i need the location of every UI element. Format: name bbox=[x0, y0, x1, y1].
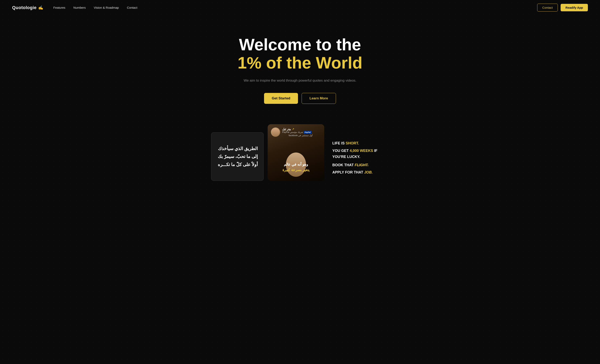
speaker-role-line1: شريك مؤسس PayPal bbox=[282, 131, 303, 133]
text-line-1-highlight: SHORT. bbox=[346, 141, 359, 145]
hero-section: Welcome to the 1% of the World We aim to… bbox=[0, 15, 600, 120]
text-flight-highlight: FLIGHT. bbox=[355, 163, 369, 167]
hero-title-white: Welcome to the bbox=[238, 36, 362, 54]
preview-section: الطريق الذي سيأخذك إلى ما تحبّ، سيمرّ بك… bbox=[0, 124, 600, 181]
arabic-line-2: إلى ما تحبّ، سيمرّ بك bbox=[217, 152, 258, 161]
hero-buttons: Get Started Learn More bbox=[264, 93, 336, 104]
paypal-logo: PayPal bbox=[304, 131, 312, 134]
speaker-name-text: بيتر ثيل bbox=[282, 127, 291, 131]
nav-link-features[interactable]: Features bbox=[53, 6, 65, 9]
video-quote: وهو أنه في عالم يتغير بسرعة كبيرة bbox=[268, 162, 324, 173]
hero-title-yellow: 1% of the World bbox=[238, 54, 362, 72]
text-line-3-prefix: BOOK THAT bbox=[332, 163, 355, 167]
text-line-3: BOOK THAT FLIGHT. bbox=[332, 162, 385, 168]
get-started-button[interactable]: Get Started bbox=[264, 93, 298, 104]
video-quote-text-line1: وهو أنه في عالم bbox=[284, 162, 308, 167]
text-line-2-prefix: YOU GET bbox=[332, 149, 350, 153]
logo-icon: ✍ bbox=[38, 5, 43, 10]
speaker-role-line2: أول مستثمر في facebook bbox=[289, 134, 312, 137]
text-job-highlight: JOB. bbox=[364, 170, 373, 174]
logo-text: Quotologie bbox=[12, 5, 37, 10]
arabic-quote-card: الطريق الذي سيأخذك إلى ما تحبّ، سيمرّ بك… bbox=[211, 132, 264, 181]
text-line-4-prefix: APPLY FOR THAT bbox=[332, 170, 364, 174]
nav-link-numbers[interactable]: Numbers bbox=[73, 6, 86, 9]
logo[interactable]: Quotologie ✍ bbox=[12, 5, 43, 10]
text-line-1: LIFE IS SHORT. bbox=[332, 140, 385, 146]
arabic-quote-text: الطريق الذي سيأخذك إلى ما تحبّ، سيمرّ بك… bbox=[217, 145, 258, 169]
text-line-4: APPLY FOR THAT JOB. bbox=[332, 169, 385, 176]
nav-left: Quotologie ✍ Features Numbers Vision & R… bbox=[12, 5, 137, 10]
speaker-role: PayPal شريك مؤسس PayPal أول مستثمر في fa… bbox=[282, 131, 312, 137]
speaker-arrow-icon: ↗ bbox=[292, 128, 294, 131]
avatar-face bbox=[272, 128, 280, 136]
speaker-info: ↗ بيتر ثيل PayPal شريك مؤسس PayPal أول م… bbox=[282, 127, 312, 137]
arabic-line-1: الطريق الذي سيأخذك bbox=[217, 145, 258, 153]
text-line-1-text: LIFE IS bbox=[332, 141, 346, 145]
video-quote-line2: يتغير بسرعة كبيرة bbox=[271, 167, 321, 173]
text-quote-card: LIFE IS SHORT. YOU GET 4,000 WEEKS IF YO… bbox=[328, 136, 389, 181]
nav-link-contact[interactable]: Contact bbox=[127, 6, 137, 9]
navbar: Quotologie ✍ Features Numbers Vision & R… bbox=[0, 0, 600, 15]
video-quote-highlight: يتغير بسرعة كبيرة bbox=[282, 168, 309, 172]
nav-links: Features Numbers Vision & Roadmap Contac… bbox=[53, 6, 137, 9]
text-line-2: YOU GET 4,000 WEEKS IF YOU'RE LUCKY. bbox=[332, 148, 385, 160]
contact-button[interactable]: Contact bbox=[537, 4, 558, 11]
avatar bbox=[271, 127, 280, 137]
learn-more-button[interactable]: Learn More bbox=[302, 93, 336, 104]
text-weeks-highlight: 4,000 WEEKS bbox=[350, 149, 373, 153]
nav-link-vision[interactable]: Vision & Roadmap bbox=[94, 6, 119, 9]
hero-title: Welcome to the 1% of the World bbox=[238, 36, 362, 72]
video-card: ↗ بيتر ثيل PayPal شريك مؤسس PayPal أول م… bbox=[268, 124, 324, 181]
video-person bbox=[276, 140, 316, 181]
nav-right: Contact Readify App bbox=[537, 4, 588, 11]
hero-subtitle: We aim to inspire the world through powe… bbox=[244, 78, 356, 83]
video-face: ↗ بيتر ثيل PayPal شريك مؤسس PayPal أول م… bbox=[268, 124, 324, 181]
arabic-line-3: أولاً على كلّ ما تكـــره bbox=[217, 161, 258, 169]
video-quote-line1: وهو أنه في عالم bbox=[271, 162, 321, 167]
speaker-name: ↗ بيتر ثيل bbox=[282, 127, 312, 131]
readify-app-button[interactable]: Readify App bbox=[561, 4, 588, 11]
video-overlay: ↗ بيتر ثيل PayPal شريك مؤسس PayPal أول م… bbox=[268, 124, 324, 140]
